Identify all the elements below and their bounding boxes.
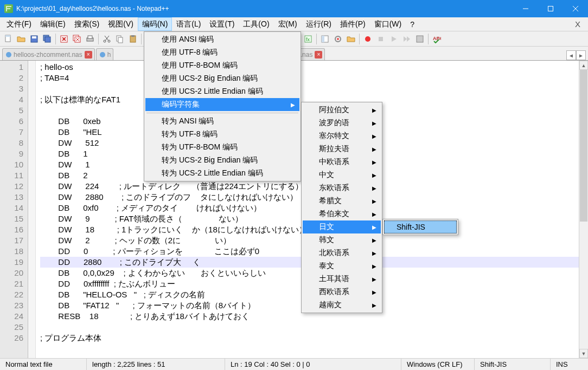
save-macro-icon[interactable] xyxy=(414,33,426,45)
code-line[interactable] xyxy=(40,83,588,94)
submenu-arrow-icon: ▶ xyxy=(372,172,376,178)
maximize-button[interactable] xyxy=(538,0,563,17)
window-controls xyxy=(513,0,588,17)
menu-item-label: 土耳其语 xyxy=(319,274,349,284)
menu-item-label: 编码字符集 xyxy=(162,100,200,109)
tab-close-icon[interactable]: × xyxy=(85,51,92,59)
charset-item[interactable]: 西欧语系▶ xyxy=(303,285,381,298)
menu-item-ucs2le[interactable]: 使用 UCS-2 Little Endian 编码 xyxy=(145,85,299,98)
charset-item[interactable]: 希腊文▶ xyxy=(303,194,381,207)
scroll-up-button[interactable]: ▲ xyxy=(579,61,588,70)
save-icon[interactable] xyxy=(28,33,40,45)
new-file-icon[interactable] xyxy=(2,33,14,45)
menu-window[interactable]: 窗口(W) xyxy=(370,17,406,31)
menu-macro[interactable]: 宏(M) xyxy=(274,17,302,31)
charset-item[interactable]: 日文▶ xyxy=(303,220,381,233)
svg-rect-1 xyxy=(548,7,553,11)
code-line[interactable] xyxy=(40,322,588,333)
tab-label: helloos-zhcomment.nas xyxy=(14,51,82,59)
charset-item[interactable]: 土耳其语▶ xyxy=(303,272,381,285)
code-line[interactable]: ; TAB=4 xyxy=(40,73,588,83)
open-file-icon[interactable] xyxy=(15,33,27,45)
menu-language[interactable]: 语言(L) xyxy=(172,17,205,31)
menu-view[interactable]: 视图(V) xyxy=(104,17,138,31)
menu-item-ansi[interactable]: 使用 ANSI 编码 xyxy=(145,33,299,46)
menu-item-to-ucs2be[interactable]: 转为 UCS-2 Big Endian 编码 xyxy=(145,154,299,167)
cut-icon[interactable] xyxy=(101,33,113,45)
code-line[interactable]: ; プログラム本体 xyxy=(40,333,588,343)
charset-item[interactable]: 波罗的语▶ xyxy=(303,116,381,129)
menu-item-to-ucs2le[interactable]: 转为 UCS-2 Little Endian 编码 xyxy=(145,167,299,180)
tab-next-button[interactable]: ► xyxy=(576,50,586,60)
vertical-scrollbar[interactable]: ▲ ▼ xyxy=(579,61,588,358)
play-multi-icon[interactable] xyxy=(401,33,413,45)
titlebar: K:\projects\01_day\helloos2\helloos.nas … xyxy=(0,0,588,17)
charset-item[interactable]: 东欧语系▶ xyxy=(303,181,381,194)
doc-map-icon[interactable] xyxy=(319,33,331,45)
charset-item[interactable]: 越南文▶ xyxy=(303,298,381,311)
menu-edit[interactable]: 编辑(E) xyxy=(36,17,70,31)
menu-tools[interactable]: 工具(O) xyxy=(239,17,273,31)
file-tab[interactable]: helloos-zhcomment.nas × xyxy=(2,48,95,60)
spellcheck-icon[interactable]: ABC xyxy=(431,33,443,45)
code-line[interactable]: ; hello-os xyxy=(40,62,588,73)
menu-item-label: 东欧语系 xyxy=(319,183,349,193)
svg-rect-24 xyxy=(118,37,123,43)
menu-settings[interactable]: 设置(T) xyxy=(205,17,239,31)
file-tab[interactable]: h xyxy=(96,48,114,60)
print-icon[interactable] xyxy=(84,33,96,45)
record-macro-icon[interactable] xyxy=(362,33,374,45)
menu-encoding[interactable]: 编码(N) xyxy=(138,17,172,31)
menu-item-charset[interactable]: 编码字符集 ▶ xyxy=(145,98,299,111)
charset-item[interactable]: 斯拉夫语▶ xyxy=(303,142,381,155)
tab-close-icon[interactable]: × xyxy=(315,51,322,59)
charset-dropdown: 阿拉伯文▶波罗的语▶塞尔特文▶斯拉夫语▶中欧语系▶中文▶东欧语系▶希腊文▶希伯来… xyxy=(301,102,382,313)
save-all-icon[interactable] xyxy=(41,33,53,45)
close-icon[interactable] xyxy=(58,33,70,45)
lang-icon[interactable]: fx xyxy=(302,33,314,45)
tab-nav: ◄ ► xyxy=(566,50,586,60)
folder-icon[interactable] xyxy=(345,33,357,45)
menu-item-to-ansi[interactable]: 转为 ANSI 编码 xyxy=(145,115,299,128)
stop-macro-icon[interactable] xyxy=(375,33,387,45)
menubar-close-doc-button[interactable]: X xyxy=(570,17,586,31)
menu-item-utf8bom[interactable]: 使用 UTF-8-BOM 编码 xyxy=(145,59,299,72)
copy-icon[interactable] xyxy=(114,33,126,45)
svg-text:ABC: ABC xyxy=(433,36,441,41)
menu-item-to-utf8[interactable]: 转为 UTF-8 编码 xyxy=(145,128,299,141)
encoding-option[interactable]: Shift-JIS xyxy=(384,220,457,233)
tab-saved-icon xyxy=(100,52,105,57)
charset-item[interactable]: 中欧语系▶ xyxy=(303,155,381,168)
menu-run[interactable]: 运行(R) xyxy=(302,17,336,31)
menu-plugins[interactable]: 插件(P) xyxy=(336,17,370,31)
paste-icon[interactable] xyxy=(127,33,139,45)
menu-help[interactable]: ? xyxy=(406,17,419,31)
menu-search[interactable]: 搜索(S) xyxy=(70,17,104,31)
charset-item[interactable]: 泰文▶ xyxy=(303,259,381,272)
charset-item[interactable]: 希伯来文▶ xyxy=(303,207,381,220)
scroll-down-button[interactable]: ▼ xyxy=(579,349,588,358)
tab-prev-button[interactable]: ◄ xyxy=(566,50,576,60)
menu-item-ucs2be[interactable]: 使用 UCS-2 Big Endian 编码 xyxy=(145,72,299,85)
charset-item[interactable]: 北欧语系▶ xyxy=(303,246,381,259)
charset-item[interactable]: 阿拉伯文▶ xyxy=(303,103,381,116)
charset-item[interactable]: 韩文▶ xyxy=(303,233,381,246)
menu-file[interactable]: 文件(F) xyxy=(2,17,36,31)
minimize-button[interactable] xyxy=(513,0,538,17)
submenu-arrow-icon: ▶ xyxy=(372,133,376,139)
charset-item[interactable]: 塞尔特文▶ xyxy=(303,129,381,142)
submenu-arrow-icon: ▶ xyxy=(372,224,376,230)
svg-rect-18 xyxy=(88,36,92,38)
charset-item[interactable]: 中文▶ xyxy=(303,168,381,181)
menu-item-label: 泰文 xyxy=(319,261,334,271)
encoding-dropdown: 使用 ANSI 编码 使用 UTF-8 编码 使用 UTF-8-BOM 编码 使… xyxy=(144,31,301,181)
status-length: length : 2,225 lines : 51 xyxy=(87,359,225,370)
close-all-icon[interactable] xyxy=(71,33,83,45)
status-encoding: Shift-JIS xyxy=(475,359,551,370)
play-macro-icon[interactable] xyxy=(388,33,400,45)
menu-item-to-utf8bom[interactable]: 转为 UTF-8-BOM 编码 xyxy=(145,141,299,154)
func-list-icon[interactable] xyxy=(332,33,344,45)
menu-item-utf8[interactable]: 使用 UTF-8 编码 xyxy=(145,46,299,59)
scroll-thumb[interactable] xyxy=(580,70,587,222)
close-button[interactable] xyxy=(563,0,588,17)
